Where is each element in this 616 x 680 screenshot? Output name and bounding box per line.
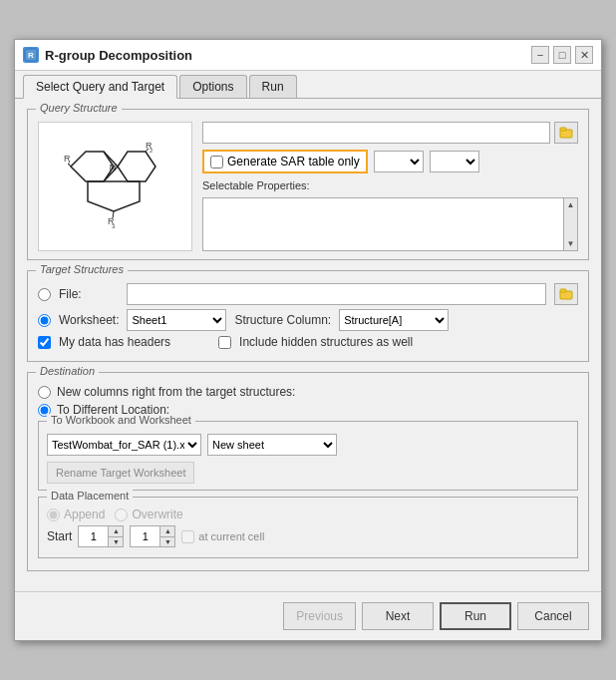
title-bar: R R-group Decomposition − □ ✕ <box>15 40 601 71</box>
col-spinner-arrows: ▲ ▼ <box>159 525 175 547</box>
content-area: Query Structure N <box>15 99 601 591</box>
start-row-input[interactable] <box>78 525 108 547</box>
tab-bar: Select Query and Target Options Run <box>15 71 601 99</box>
selectable-properties-box: ▲ ▼ <box>202 197 578 251</box>
query-browse-button[interactable] <box>554 122 578 144</box>
svg-text:3: 3 <box>112 223 116 229</box>
app-icon: R <box>23 47 39 63</box>
query-right-panel: Generate SAR table only Selectable Prope… <box>202 122 578 251</box>
cancel-label: Cancel <box>534 609 571 623</box>
generate-sar-wrapper: Generate SAR table only <box>202 150 368 173</box>
svg-marker-3 <box>118 152 155 181</box>
col-up-arrow[interactable]: ▲ <box>160 526 174 537</box>
main-window: R R-group Decomposition − □ ✕ Select Que… <box>14 39 602 641</box>
structure-column-dropdown[interactable]: Structure[A] <box>339 309 449 331</box>
destination-group: Destination New columns right from the t… <box>27 372 589 571</box>
file-radio[interactable] <box>38 288 51 301</box>
close-button[interactable]: ✕ <box>575 46 593 64</box>
workbook-dropdown[interactable]: TestWombat_for_SAR (1).xl... <box>47 434 201 456</box>
file-label: File: <box>59 287 119 301</box>
headers-row: My data has headers Include hidden struc… <box>38 335 578 349</box>
previous-button[interactable]: Previous <box>283 602 356 630</box>
workbook-worksheet-label: To Workbook and Worksheet <box>47 414 195 426</box>
overwrite-radio[interactable] <box>115 509 128 521</box>
query-file-input[interactable] <box>202 122 550 144</box>
data-placement-group: Data Placement Append Overwrite Start <box>38 497 578 558</box>
previous-label: Previous <box>296 609 343 623</box>
selectable-scrollbar[interactable]: ▲ ▼ <box>563 198 577 250</box>
append-option: Append <box>47 508 105 521</box>
file-row: File: <box>38 283 578 305</box>
workbook-worksheet-group: To Workbook and Worksheet TestWombat_for… <box>38 421 578 491</box>
sar-dropdown-1[interactable] <box>374 151 424 172</box>
window-controls: − □ ✕ <box>531 46 593 64</box>
hidden-structures-checkbox[interactable] <box>218 336 231 349</box>
query-structure-inner: N R 1 R 2 R 3 <box>38 122 578 251</box>
start-col-spinner: ▲ ▼ <box>130 525 175 547</box>
run-label: Run <box>464 609 486 623</box>
headers-label: My data has headers <box>59 335 170 349</box>
append-radio[interactable] <box>47 509 60 521</box>
scroll-down-arrow[interactable]: ▼ <box>565 237 577 250</box>
cancel-button[interactable]: Cancel <box>517 602 589 630</box>
row-down-arrow[interactable]: ▼ <box>109 537 123 547</box>
col-down-arrow[interactable]: ▼ <box>160 537 174 547</box>
sheet-dropdown[interactable]: New sheet Sheet1 <box>207 434 337 456</box>
generate-sar-row: Generate SAR table only <box>202 150 578 173</box>
target-structures-label: Target Structures <box>36 263 128 275</box>
headers-checkbox[interactable] <box>38 336 51 349</box>
sar-dropdown-2[interactable] <box>430 151 479 172</box>
row-spinner-arrows: ▲ ▼ <box>108 525 124 547</box>
worksheet-row: Worksheet: Sheet1 Structure Column: Stru… <box>38 309 578 331</box>
title-bar-left: R R-group Decomposition <box>23 47 192 63</box>
start-row: Start ▲ ▼ ▲ ▼ <box>47 525 569 547</box>
worksheet-dropdown[interactable]: Sheet1 <box>127 309 226 331</box>
query-structure-label: Query Structure <box>36 102 122 114</box>
rename-label: Rename Target Worksheet <box>56 467 185 479</box>
row-up-arrow[interactable]: ▲ <box>109 526 123 537</box>
overwrite-label: Overwrite <box>132 508 182 521</box>
tab-run[interactable]: Run <box>249 75 297 98</box>
svg-rect-18 <box>560 128 566 131</box>
at-current-cell-wrapper: at current cell <box>181 530 264 543</box>
window-title: R-group Decomposition <box>45 48 192 63</box>
append-label: Append <box>64 508 105 521</box>
new-columns-row: New columns right from the target struct… <box>38 385 578 399</box>
data-placement-label: Data Placement <box>47 490 133 502</box>
scroll-up-arrow[interactable]: ▲ <box>565 198 577 211</box>
worksheet-radio[interactable] <box>38 314 51 327</box>
target-structures-group: Target Structures File: Worksheet: Sheet… <box>27 270 589 362</box>
next-button[interactable]: Next <box>362 602 434 630</box>
svg-text:N: N <box>109 163 116 172</box>
start-row-spinner: ▲ ▼ <box>78 525 124 547</box>
structure-column-label: Structure Column: <box>234 313 331 327</box>
maximize-button[interactable]: □ <box>553 46 571 64</box>
new-columns-label: New columns right from the target struct… <box>57 385 295 399</box>
minimize-button[interactable]: − <box>531 46 549 64</box>
generate-sar-checkbox[interactable] <box>210 156 223 169</box>
run-button[interactable]: Run <box>440 602 511 630</box>
start-col-input[interactable] <box>130 525 159 547</box>
at-current-cell-label: at current cell <box>198 530 264 542</box>
new-columns-radio[interactable] <box>38 386 51 399</box>
footer: Previous Next Run Cancel <box>15 591 601 640</box>
rename-row: Rename Target Worksheet <box>47 462 569 484</box>
svg-text:2: 2 <box>150 148 154 154</box>
molecule-preview: N R 1 R 2 R 3 <box>38 122 192 251</box>
overwrite-option: Overwrite <box>115 508 182 521</box>
at-current-cell-checkbox[interactable] <box>181 530 194 543</box>
destination-label: Destination <box>36 365 99 377</box>
tab-select-query[interactable]: Select Query and Target <box>23 75 177 99</box>
next-label: Next <box>386 609 411 623</box>
workbook-row: TestWombat_for_SAR (1).xl... New sheet S… <box>47 434 569 456</box>
svg-marker-7 <box>88 181 140 211</box>
file-path-target-input[interactable] <box>127 283 546 305</box>
rename-button[interactable]: Rename Target Worksheet <box>47 462 194 484</box>
svg-rect-20 <box>560 289 566 292</box>
placement-options-row: Append Overwrite <box>47 508 569 521</box>
query-structure-group: Query Structure N <box>27 109 589 260</box>
target-browse-button[interactable] <box>554 283 578 305</box>
selectable-properties-label: Selectable Properties: <box>202 179 578 191</box>
tab-options[interactable]: Options <box>179 75 246 98</box>
generate-sar-label: Generate SAR table only <box>227 155 360 169</box>
